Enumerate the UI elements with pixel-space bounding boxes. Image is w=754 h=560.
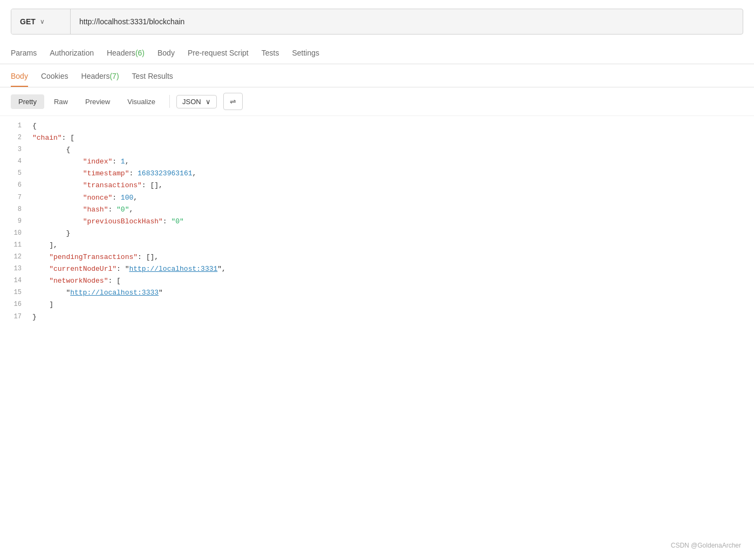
line-number: 16	[0, 299, 32, 310]
request-tabs: Params Authorization Headers(6) Body Pre…	[0, 43, 754, 64]
json-key: "hash"	[83, 206, 108, 214]
line-number: 14	[0, 275, 32, 286]
json-key: "currentNodeUrl"	[49, 265, 116, 273]
line-number: 7	[0, 192, 32, 203]
tab-headers[interactable]: Headers(6)	[107, 43, 145, 64]
json-line: 10 }	[0, 228, 754, 240]
json-key: "previousBlockHash"	[83, 217, 163, 226]
json-line: 14 "networkNodes": [	[0, 275, 754, 287]
json-number: 1	[121, 158, 125, 166]
json-punctuation: {	[32, 146, 70, 154]
chevron-down-icon: ∨	[40, 18, 45, 25]
line-content: "hash": "0",	[32, 204, 754, 216]
line-number: 4	[0, 156, 32, 167]
tab-body[interactable]: Body	[157, 43, 175, 64]
tab-test-results[interactable]: Test Results	[132, 66, 173, 87]
tab-authorization[interactable]: Authorization	[50, 43, 94, 64]
url-bar: GET ∨	[11, 9, 743, 35]
json-line: 12 "pendingTransactions": [],	[0, 251, 754, 263]
toolbar-separator	[169, 95, 170, 108]
json-line: 8 "hash": "0",	[0, 204, 754, 216]
json-line: 4 "index": 1,	[0, 156, 754, 168]
json-key: "index"	[83, 158, 113, 166]
line-content: "index": 1,	[32, 156, 754, 168]
json-link[interactable]: http://localhost:3331	[129, 265, 217, 273]
json-key: "pendingTransactions"	[49, 253, 138, 261]
response-tabs: Body Cookies Headers(7) Test Results	[0, 66, 754, 87]
json-link[interactable]: http://localhost:3333	[70, 289, 159, 297]
json-key: "chain"	[32, 134, 62, 142]
json-line: 9 "previousBlockHash": "0"	[0, 216, 754, 228]
raw-button[interactable]: Raw	[46, 94, 76, 109]
line-content: "http://localhost:3333"	[32, 287, 754, 299]
line-number: 5	[0, 168, 32, 179]
pretty-button[interactable]: Pretty	[11, 94, 44, 109]
tab-response-headers[interactable]: Headers(7)	[81, 66, 119, 87]
line-number: 8	[0, 204, 32, 215]
wrap-button[interactable]: ⇌	[223, 93, 243, 110]
format-toolbar: Pretty Raw Preview Visualize JSON ∨ ⇌	[0, 87, 754, 116]
tab-settings[interactable]: Settings	[292, 43, 319, 64]
line-content: "pendingTransactions": [],	[32, 251, 754, 263]
tab-response-body[interactable]: Body	[11, 66, 28, 87]
line-number: 1	[0, 120, 32, 131]
json-line: 3 {	[0, 144, 754, 156]
response-headers-badge: (7)	[109, 72, 119, 80]
json-line: 7 "nonce": 100,	[0, 192, 754, 204]
line-number: 15	[0, 287, 32, 298]
line-number: 3	[0, 144, 32, 155]
tab-params[interactable]: Params	[11, 43, 37, 64]
line-content: }	[32, 228, 754, 240]
method-selector[interactable]: GET ∨	[11, 9, 71, 34]
line-content: "transactions": [],	[32, 180, 754, 192]
type-chevron-icon: ∨	[205, 98, 211, 106]
json-string: "0"	[171, 217, 183, 226]
format-type-selector[interactable]: JSON ∨	[176, 95, 217, 108]
line-number: 10	[0, 228, 32, 238]
line-number: 2	[0, 132, 32, 143]
json-punctuation: ]	[32, 301, 53, 309]
line-content: "nonce": 100,	[32, 192, 754, 204]
json-line: 13 "currentNodeUrl": "http://localhost:3…	[0, 263, 754, 275]
format-type-label: JSON	[182, 98, 201, 106]
json-key: "timestamp"	[83, 169, 129, 177]
json-line: 17}	[0, 311, 754, 323]
json-punctuation: {	[32, 122, 37, 130]
footer-label: CSDN @GoldenaArcher	[671, 542, 741, 549]
tab-tests[interactable]: Tests	[262, 43, 279, 64]
json-line: 6 "transactions": [],	[0, 180, 754, 192]
json-punctuation: ],	[32, 241, 58, 249]
preview-button[interactable]: Preview	[78, 94, 118, 109]
json-key: "networkNodes"	[49, 277, 108, 285]
tab-cookies[interactable]: Cookies	[41, 66, 68, 87]
line-content: "networkNodes": [	[32, 275, 754, 287]
line-content: "timestamp": 1683323963161,	[32, 168, 754, 180]
visualize-button[interactable]: Visualize	[120, 94, 163, 109]
line-number: 9	[0, 216, 32, 227]
line-content: ]	[32, 299, 754, 311]
json-line: 15 "http://localhost:3333"	[0, 287, 754, 299]
json-string: "0"	[116, 206, 129, 214]
json-line: 16 ]	[0, 299, 754, 311]
line-content: "chain": [	[32, 132, 754, 144]
json-punctuation: }	[32, 313, 37, 321]
wrap-icon: ⇌	[230, 97, 236, 106]
line-number: 12	[0, 251, 32, 262]
line-content: {	[32, 144, 754, 156]
json-number: 1683323963161	[138, 169, 192, 177]
json-punctuation: }	[32, 229, 70, 237]
json-line: 2"chain": [	[0, 132, 754, 144]
line-number: 17	[0, 311, 32, 322]
line-content: }	[32, 311, 754, 323]
url-input[interactable]	[71, 17, 743, 26]
line-content: ],	[32, 240, 754, 251]
line-content: "previousBlockHash": "0"	[32, 216, 754, 228]
json-number: 100	[121, 194, 133, 202]
json-line: 1{	[0, 120, 754, 132]
tab-pre-request[interactable]: Pre-request Script	[188, 43, 249, 64]
line-content: "currentNodeUrl": "http://localhost:3331…	[32, 263, 754, 275]
line-number: 11	[0, 240, 32, 250]
headers-count-badge: (6)	[135, 49, 145, 57]
json-key: "nonce"	[83, 194, 113, 202]
line-content: {	[32, 120, 754, 132]
